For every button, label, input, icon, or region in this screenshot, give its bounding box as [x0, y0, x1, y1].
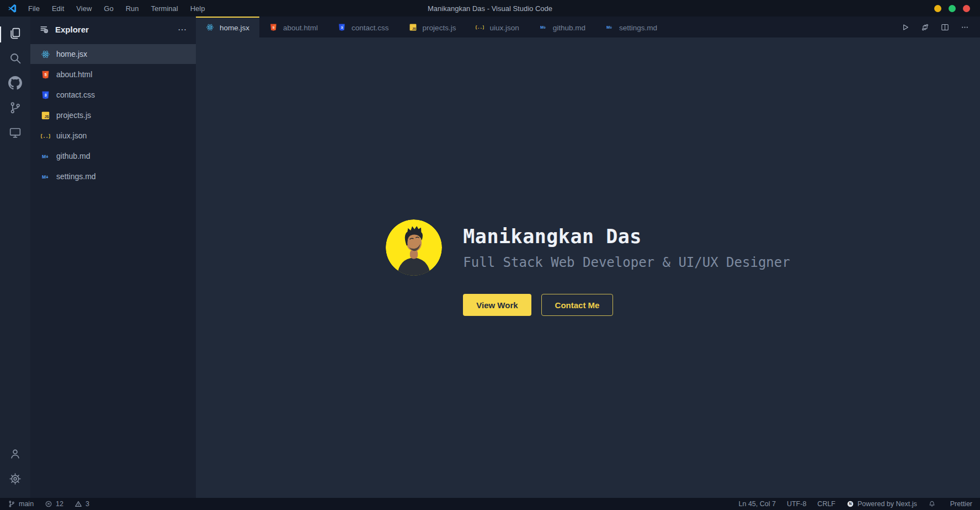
- window-title: Manikangkan Das - Visual Studio Code: [428, 4, 552, 13]
- svg-text:M: M: [606, 25, 610, 30]
- status-item-notifications[interactable]: [928, 500, 939, 508]
- file-name: contact.css: [56, 90, 95, 99]
- files-icon: [8, 26, 22, 42]
- explorer-title: Explorer: [55, 25, 89, 34]
- activity-item-explorer[interactable]: [0, 22, 30, 47]
- explorer-view-icon[interactable]: [39, 24, 50, 35]
- tab-label: home.jsx: [220, 24, 249, 32]
- svg-text:N: N: [849, 502, 852, 506]
- menu-item[interactable]: Edit: [46, 3, 70, 14]
- status-item-warnings[interactable]: 3: [74, 500, 89, 508]
- menu-item[interactable]: Help: [185, 3, 211, 14]
- status-item-errors[interactable]: 12: [45, 500, 63, 508]
- status-label: UTF-8: [787, 500, 806, 508]
- nextjs-icon: N: [846, 500, 854, 508]
- menubar: File Edit View Go Run Terminal Help: [23, 3, 210, 14]
- action-run[interactable]: [897, 19, 913, 35]
- bell-icon: [928, 500, 936, 508]
- svg-text:M: M: [42, 153, 46, 159]
- tab-settings-md[interactable]: M settings.md: [595, 17, 667, 37]
- file-list: home.jsx 5 about.html 3 contact.css JS: [30, 44, 196, 187]
- menu-item[interactable]: Go: [98, 3, 119, 14]
- css-icon: 3: [338, 23, 347, 33]
- file-row-projects-js[interactable]: JS projects.js: [30, 105, 196, 125]
- file-name: github.md: [56, 152, 90, 160]
- file-row-home-jsx[interactable]: home.jsx: [30, 44, 196, 64]
- status-item-cursor-position[interactable]: Ln 45, Col 7: [739, 500, 776, 508]
- action-more-actions[interactable]: [957, 19, 972, 35]
- status-item-formatter[interactable]: Prettier: [950, 500, 972, 508]
- file-row-github-md[interactable]: M github.md: [30, 146, 196, 166]
- file-name: settings.md: [56, 172, 96, 181]
- github-icon: [8, 76, 22, 92]
- sync-icon: [920, 23, 930, 32]
- activity-item-source-control[interactable]: [0, 96, 30, 121]
- status-label: 3: [86, 500, 89, 508]
- md-icon: M: [41, 172, 50, 181]
- activity-bottom: [0, 443, 30, 498]
- svg-text:3: 3: [45, 93, 47, 97]
- statusbar-right: Ln 45, Col 7 UTF-8 CRLF N Powered by Nex…: [739, 500, 972, 508]
- vscode-window: File Edit View Go Run Terminal Help Mani…: [0, 0, 980, 510]
- activity-item-search[interactable]: [0, 47, 30, 72]
- status-label: Ln 45, Col 7: [739, 500, 776, 508]
- branch-icon: [8, 500, 15, 508]
- file-name: projects.js: [56, 111, 91, 120]
- react-icon: [41, 50, 50, 59]
- tab-about-html[interactable]: 5 about.html: [259, 17, 328, 37]
- html-icon: 5: [41, 70, 50, 79]
- avatar: [386, 219, 442, 276]
- more-icon: [960, 23, 970, 32]
- tab-label: about.html: [283, 24, 318, 32]
- status-bar: main 12 3 Ln 45, Col 7: [0, 498, 980, 510]
- view-work-button[interactable]: View Work: [463, 294, 531, 316]
- tab-home-jsx[interactable]: home.jsx: [196, 17, 259, 37]
- activity-item-account[interactable]: [0, 443, 30, 468]
- svg-text:JS: JS: [412, 26, 416, 30]
- statusbar-left: main 12 3: [8, 500, 89, 508]
- warning-icon: [74, 500, 82, 508]
- hero-section: Manikangkan Das Full Stack Web Developer…: [386, 219, 790, 316]
- menu-item[interactable]: File: [23, 3, 45, 14]
- md-icon: M: [41, 152, 50, 161]
- tab-uiux-json[interactable]: {..} uiux.json: [466, 17, 529, 37]
- file-row-uiux-json[interactable]: {..} uiux.json: [30, 126, 196, 146]
- window-control-maximize[interactable]: [949, 5, 956, 12]
- explorer-more-icon[interactable]: ⋯: [178, 24, 187, 35]
- account-icon: [8, 447, 22, 463]
- menu-item[interactable]: Run: [120, 3, 145, 14]
- status-item-nextjs[interactable]: N Powered by Next.js: [846, 500, 917, 508]
- status-label: Powered by Next.js: [858, 500, 917, 508]
- tabs: home.jsx 5 about.html 3 contact.css: [196, 17, 667, 37]
- status-item-eol[interactable]: CRLF: [817, 500, 835, 508]
- window-control-close[interactable]: [963, 5, 970, 12]
- tab-label: projects.js: [423, 24, 456, 32]
- activity-item-remote[interactable]: [0, 121, 30, 146]
- status-label: CRLF: [817, 500, 835, 508]
- status-label: 12: [56, 500, 63, 508]
- menu-item[interactable]: Terminal: [146, 3, 184, 14]
- status-item-branch[interactable]: main: [8, 500, 34, 508]
- tab-contact-css[interactable]: 3 contact.css: [328, 17, 399, 37]
- js-icon: JS: [41, 111, 50, 120]
- tab-projects-js[interactable]: JS projects.js: [399, 17, 466, 37]
- md-icon: M: [539, 23, 548, 33]
- hero-text: Manikangkan Das Full Stack Web Developer…: [463, 226, 790, 270]
- window-control-minimize[interactable]: [934, 5, 941, 12]
- menu-item[interactable]: View: [71, 3, 97, 14]
- svg-text:M: M: [540, 25, 544, 30]
- svg-text:3: 3: [341, 25, 343, 29]
- activity-item-github[interactable]: [0, 72, 30, 96]
- file-row-about-html[interactable]: 5 about.html: [30, 65, 196, 84]
- file-name: home.jsx: [56, 50, 87, 58]
- status-item-encoding[interactable]: UTF-8: [787, 500, 806, 508]
- tab-github-md[interactable]: M github.md: [529, 17, 595, 37]
- action-split-editor[interactable]: [937, 19, 952, 35]
- hero-top: Manikangkan Das Full Stack Web Developer…: [386, 219, 790, 276]
- tab-bar: home.jsx 5 about.html 3 contact.css: [196, 17, 980, 37]
- activity-item-settings[interactable]: [0, 468, 30, 492]
- file-row-settings-md[interactable]: M settings.md: [30, 167, 196, 186]
- file-row-contact-css[interactable]: 3 contact.css: [30, 85, 196, 105]
- action-sync[interactable]: [917, 19, 933, 35]
- contact-me-button[interactable]: Contact Me: [541, 294, 614, 316]
